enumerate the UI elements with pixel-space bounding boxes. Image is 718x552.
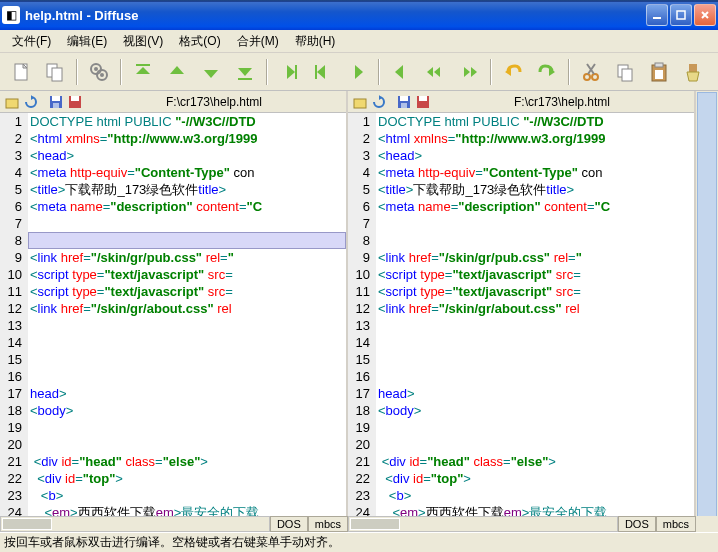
first-diff-button[interactable] [128, 57, 158, 87]
svg-rect-18 [655, 63, 663, 67]
svg-rect-16 [622, 69, 632, 81]
svg-rect-26 [71, 96, 79, 101]
copy-file-button[interactable] [40, 57, 70, 87]
svg-rect-23 [52, 96, 60, 101]
menu-help[interactable]: 帮助(H) [287, 31, 344, 52]
svg-point-14 [592, 74, 598, 80]
right-pane: F:\cr173\help.html 123456789101112131415… [348, 91, 696, 516]
open-icon[interactable] [4, 94, 20, 110]
svg-rect-11 [295, 65, 297, 79]
save-icon[interactable] [396, 94, 412, 110]
right-h-scrollbar[interactable] [348, 516, 618, 532]
maximize-button[interactable] [670, 4, 692, 26]
right-file-path: F:\cr173\help.html [434, 95, 690, 109]
right-enc-status: mbcs [656, 516, 696, 532]
svg-rect-24 [53, 103, 59, 108]
settings-button[interactable] [84, 57, 114, 87]
last-diff-button[interactable] [230, 57, 260, 87]
refresh-icon[interactable] [23, 94, 39, 110]
refresh-icon[interactable] [371, 94, 387, 110]
left-eol-status: DOS [270, 516, 308, 532]
svg-rect-27 [354, 99, 366, 108]
menu-format[interactable]: 格式(O) [171, 31, 228, 52]
cut-button[interactable] [576, 57, 606, 87]
redo-button[interactable] [532, 57, 562, 87]
save-as-icon[interactable] [415, 94, 431, 110]
undo-button[interactable] [498, 57, 528, 87]
left-h-scrollbar[interactable] [0, 516, 270, 532]
left-enc-status: mbcs [308, 516, 348, 532]
left-editor[interactable]: 123456789101112131415161718192021222324 … [0, 113, 346, 516]
statusbar: 按回车或者鼠标双击进行编译。空格键或者右键菜单手动对齐。 [0, 532, 718, 552]
merge-left-button[interactable] [386, 57, 416, 87]
close-button[interactable] [694, 4, 716, 26]
menu-merge[interactable]: 合并(M) [229, 31, 287, 52]
menubar: 文件(F) 编辑(E) 视图(V) 格式(O) 合并(M) 帮助(H) [0, 30, 718, 53]
save-icon[interactable] [48, 94, 64, 110]
svg-point-13 [584, 74, 590, 80]
paste-button[interactable] [644, 57, 674, 87]
toolbar [0, 53, 718, 91]
svg-rect-21 [6, 99, 18, 108]
prev-diff-button[interactable] [162, 57, 192, 87]
svg-rect-32 [419, 96, 427, 101]
merge-both-right-button[interactable] [454, 57, 484, 87]
new-file-button[interactable] [6, 57, 36, 87]
svg-rect-29 [400, 96, 408, 101]
right-editor[interactable]: 123456789101112131415161718192021222324 … [348, 113, 694, 516]
window-title: help.html - Diffuse [25, 8, 646, 23]
minimize-button[interactable] [646, 4, 668, 26]
vertical-scrollbar[interactable] [696, 91, 718, 516]
svg-rect-9 [136, 64, 150, 66]
next-diff-button[interactable] [196, 57, 226, 87]
svg-point-7 [94, 67, 98, 71]
menu-edit[interactable]: 编辑(E) [59, 31, 115, 52]
svg-rect-0 [653, 17, 661, 19]
clear-button[interactable] [678, 57, 708, 87]
svg-rect-20 [689, 64, 697, 72]
svg-rect-4 [52, 68, 62, 81]
copy-button[interactable] [610, 57, 640, 87]
right-eol-status: DOS [618, 516, 656, 532]
svg-point-8 [100, 73, 104, 77]
merge-right-button[interactable] [342, 57, 372, 87]
open-icon[interactable] [352, 94, 368, 110]
svg-rect-30 [401, 103, 407, 108]
svg-rect-10 [238, 78, 252, 80]
merge-left-first-button[interactable] [308, 57, 338, 87]
svg-rect-1 [677, 11, 685, 19]
left-file-path: F:\cr173\help.html [86, 95, 342, 109]
svg-rect-19 [655, 70, 663, 79]
save-as-icon[interactable] [67, 94, 83, 110]
svg-rect-12 [315, 65, 317, 79]
left-pane: F:\cr173\help.html 123456789101112131415… [0, 91, 348, 516]
app-icon: ◧ [2, 6, 20, 24]
merge-both-left-button[interactable] [420, 57, 450, 87]
menu-file[interactable]: 文件(F) [4, 31, 59, 52]
merge-right-last-button[interactable] [274, 57, 304, 87]
menu-view[interactable]: 视图(V) [115, 31, 171, 52]
